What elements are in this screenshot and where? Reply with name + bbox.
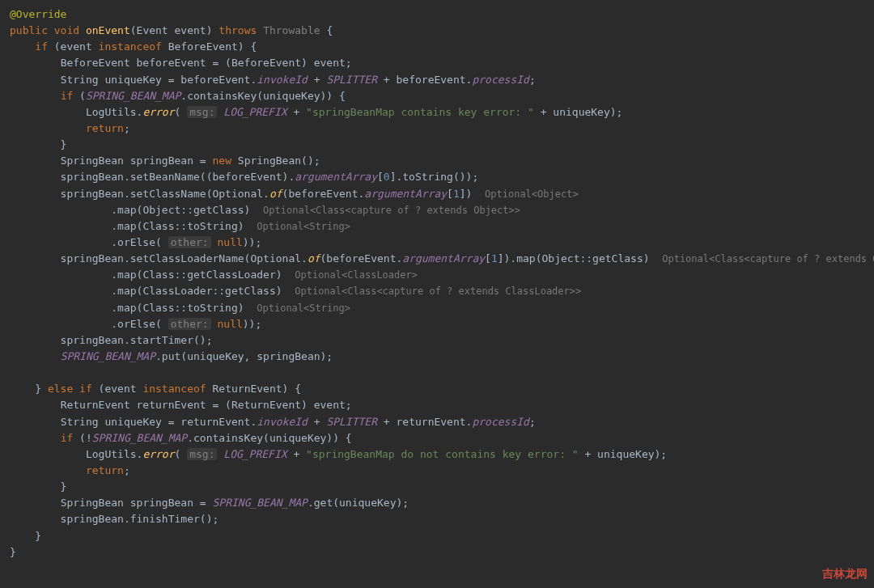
code-line: springBean.startTimer(); — [10, 332, 874, 349]
code-line: springBean.setClassLoaderName(Optional.o… — [10, 251, 874, 267]
code-line: @Override — [10, 6, 874, 23]
type-hint: Optional<String> — [257, 221, 350, 232]
code-line: ReturnEvent returnEvent = (ReturnEvent) … — [10, 397, 874, 413]
param-hint: other: — [168, 318, 211, 330]
type-hint: Optional<String> — [257, 302, 350, 314]
type-hint: Optional<Object> — [485, 188, 579, 200]
code-line: .orElse( other: null)); — [10, 235, 874, 251]
type-hint: Optional<Class<capture of ? extends Obje… — [662, 253, 874, 264]
string-literal: "springBeanMap contains key error: " — [306, 106, 534, 118]
code-line: LogUtils.error( msg: LOG_PREFIX + "sprin… — [10, 104, 874, 121]
code-line: SpringBean springBean = new SpringBean()… — [10, 153, 874, 169]
param-hint: msg: — [187, 448, 217, 460]
param-hint: msg: — [187, 106, 217, 118]
annotation: @Override — [10, 8, 66, 20]
code-line: } — [10, 479, 874, 495]
code-line: springBean.finishTimer(); — [10, 511, 874, 527]
code-line: String uniqueKey = beforeEvent.invokeId … — [10, 72, 874, 88]
string-literal: "springBeanMap do not contains key error… — [306, 448, 579, 460]
code-line: if (!SPRING_BEAN_MAP.containsKey(uniqueK… — [10, 430, 874, 446]
code-line: BeforeEvent beforeEvent = (BeforeEvent) … — [10, 55, 874, 71]
code-line: } — [10, 544, 874, 561]
code-line — [10, 365, 874, 381]
code-line: return; — [10, 463, 874, 479]
code-line: SpringBean springBean = SPRING_BEAN_MAP.… — [10, 495, 874, 511]
code-line: .map(Class::getClassLoader) Optional<Cla… — [10, 267, 874, 283]
code-line: .orElse( other: null)); — [10, 316, 874, 332]
code-line: return; — [10, 121, 874, 137]
code-line: springBean.setClassName(Optional.of(befo… — [10, 186, 874, 202]
param-hint: other: — [168, 236, 211, 248]
code-line: } — [10, 137, 874, 153]
type-hint: Optional<Class<capture of ? extends Clas… — [295, 286, 581, 297]
watermark-text: 吉林龙网 — [822, 565, 868, 583]
code-line: .map(Object::getClass) Optional<Class<ca… — [10, 202, 874, 218]
code-line: LogUtils.error( msg: LOG_PREFIX + "sprin… — [10, 446, 874, 463]
code-line: springBean.setBeanName((beforeEvent).arg… — [10, 169, 874, 185]
code-line: if (event instanceof BeforeEvent) { — [10, 39, 874, 55]
type-hint: Optional<Class<capture of ? extends Obje… — [263, 205, 520, 216]
code-line: SPRING_BEAN_MAP.put(uniqueKey, springBea… — [10, 349, 874, 365]
code-line: .map(Class::toString) Optional<String> — [10, 300, 874, 316]
code-line: public void onEvent(Event event) throws … — [10, 23, 874, 39]
type-hint: Optional<ClassLoader> — [295, 269, 418, 281]
code-line: String uniqueKey = returnEvent.invokeId … — [10, 414, 874, 430]
code-line: if (SPRING_BEAN_MAP.containsKey(uniqueKe… — [10, 88, 874, 104]
code-line: } — [10, 528, 874, 544]
code-line: .map(ClassLoader::getClass) Optional<Cla… — [10, 283, 874, 299]
code-line: } else if (event instanceof ReturnEvent)… — [10, 381, 874, 397]
method-name: onEvent — [86, 24, 130, 36]
code-editor[interactable]: @Override public void onEvent(Event even… — [10, 6, 874, 561]
code-line: .map(Class::toString) Optional<String> — [10, 218, 874, 235]
